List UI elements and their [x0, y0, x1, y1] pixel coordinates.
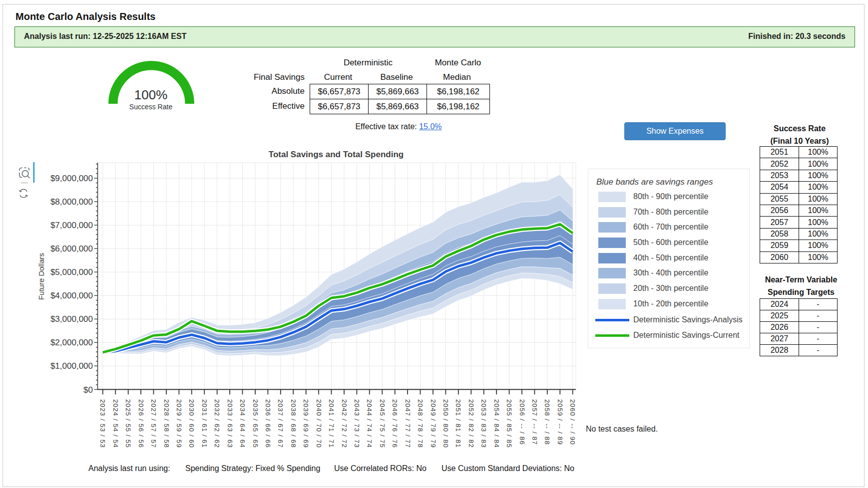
svg-text:2050 / 80 / 80: 2050 / 80 / 80	[442, 399, 449, 448]
svg-text:2031 / 61 / 61: 2031 / 61 / 61	[201, 399, 208, 448]
svg-text:2024 / 54 / 54: 2024 / 54 / 54	[112, 399, 119, 448]
svg-text:2028 / 58 / 58: 2028 / 58 / 58	[163, 399, 170, 448]
svg-text:2037 / 67 / 67: 2037 / 67 / 67	[277, 399, 284, 448]
svg-text:2053 / 83 / 83: 2053 / 83 / 83	[480, 399, 487, 448]
svg-text:2025 / 55 / 55: 2025 / 55 / 55	[124, 399, 132, 448]
svg-text:2060 / -- / 90: 2060 / -- / 90	[569, 399, 576, 445]
svg-text:2039 / 69 / 69: 2039 / 69 / 69	[302, 399, 310, 448]
svg-text:2035 / 65 / 65: 2035 / 65 / 65	[252, 399, 259, 448]
svg-text:$9,000,000: $9,000,000	[50, 174, 93, 183]
svg-text:2043 / 73 / 73: 2043 / 73 / 73	[353, 399, 361, 448]
svg-text:2049 / 79 / 79: 2049 / 79 / 79	[430, 399, 437, 448]
svg-text:2059 / -- / 89: 2059 / -- / 89	[556, 399, 564, 445]
svg-text:2054 / 84 / 84: 2054 / 84 / 84	[493, 399, 500, 448]
svg-text:2034 / 64 / 64: 2034 / 64 / 64	[239, 399, 246, 448]
svg-text:Total Savings and Total Spendi: Total Savings and Total Spending	[269, 150, 404, 159]
svg-text:2047 / 77 / 77: 2047 / 77 / 77	[404, 399, 412, 448]
svg-text:$8,000,000: $8,000,000	[50, 197, 93, 207]
svg-text:2036 / 66 / 66: 2036 / 66 / 66	[264, 399, 272, 448]
svg-text:2058 / -- / 88: 2058 / -- / 88	[543, 399, 551, 445]
svg-text:$7,000,000: $7,000,000	[50, 221, 93, 230]
svg-text:2045 / 75 / 75: 2045 / 75 / 75	[379, 399, 386, 448]
svg-text:2057 / -- / 87: 2057 / -- / 87	[531, 399, 538, 445]
svg-text:2042 / 72 / 72: 2042 / 72 / 72	[341, 399, 348, 448]
svg-text:2023 / 53 / 53: 2023 / 53 / 53	[99, 399, 106, 448]
svg-text:2038 / 68 / 68: 2038 / 68 / 68	[290, 399, 297, 448]
svg-text:2041 / 71 / 71: 2041 / 71 / 71	[328, 399, 335, 448]
svg-text:$3,000,000: $3,000,000	[50, 314, 93, 324]
svg-text:2026 / 56 / 56: 2026 / 56 / 56	[137, 399, 145, 448]
svg-text:2052 / 82 / 82: 2052 / 82 / 82	[467, 399, 475, 448]
svg-text:2044 / 74 / 74: 2044 / 74 / 74	[366, 399, 373, 448]
svg-text:Future Dollars: Future Dollars	[37, 253, 45, 300]
svg-text:2048 / 78 / 78: 2048 / 78 / 78	[417, 399, 424, 448]
svg-text:$2,000,000: $2,000,000	[50, 338, 93, 347]
svg-text:$1,000,000: $1,000,000	[50, 361, 93, 371]
svg-text:2030 / 60 / 60: 2030 / 60 / 60	[188, 399, 195, 448]
svg-text:2056 / -- / 86: 2056 / -- / 86	[518, 399, 526, 445]
svg-text:2046 / 76 / 76: 2046 / 76 / 76	[391, 399, 399, 448]
svg-text:$6,000,000: $6,000,000	[50, 244, 93, 253]
svg-text:$4,000,000: $4,000,000	[50, 291, 93, 300]
svg-text:$5,000,000: $5,000,000	[50, 267, 93, 277]
svg-text:2051 / 81 / 81: 2051 / 81 / 81	[454, 399, 462, 448]
svg-text:2033 / 63 / 63: 2033 / 63 / 63	[226, 399, 234, 448]
svg-text:2027 / 57 / 57: 2027 / 57 / 57	[150, 399, 157, 448]
svg-text:2029 / 59 / 59: 2029 / 59 / 59	[175, 399, 183, 448]
svg-text:2055 / 85 / 85: 2055 / 85 / 85	[505, 399, 513, 448]
svg-text:$0: $0	[83, 385, 93, 395]
svg-text:2040 / 70 / 70: 2040 / 70 / 70	[315, 399, 323, 448]
svg-text:2032 / 62 / 62: 2032 / 62 / 62	[213, 399, 221, 448]
